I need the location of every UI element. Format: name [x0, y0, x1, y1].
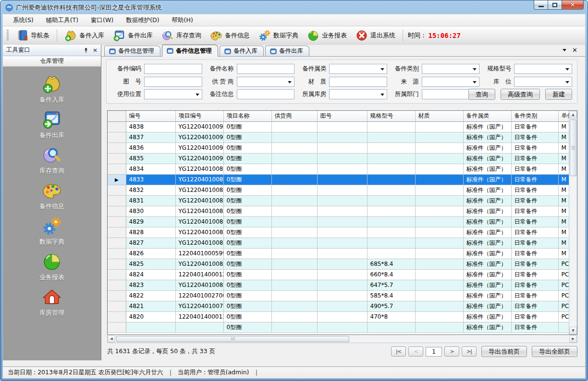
cell[interactable]: [415, 153, 463, 164]
cell[interactable]: [271, 195, 317, 206]
warehouse-dropdown[interactable]: [329, 89, 387, 99]
cell[interactable]: [271, 153, 317, 164]
cell[interactable]: YG12204010086: [175, 195, 223, 206]
minimize-button[interactable]: [534, 0, 548, 10]
cell[interactable]: 日常备件: [511, 290, 558, 301]
cell[interactable]: [271, 238, 317, 248]
remark-input[interactable]: [237, 89, 295, 99]
cell[interactable]: YG12204010083: [175, 227, 223, 238]
cell[interactable]: 日常备件: [511, 185, 558, 195]
cell[interactable]: M: [558, 238, 569, 248]
cell[interactable]: 标准件（国产）: [463, 153, 511, 164]
cell[interactable]: PC: [558, 290, 569, 301]
cell[interactable]: [415, 195, 463, 206]
vertical-scroll-thumb[interactable]: [570, 119, 576, 176]
row-selector[interactable]: [108, 195, 126, 206]
column-header-5[interactable]: 规格型号: [367, 111, 415, 121]
cell[interactable]: [415, 280, 463, 290]
first-page-button[interactable]: |<: [391, 346, 406, 357]
tab-parts-out[interactable]: 备件出库: [265, 46, 309, 56]
last-page-button[interactable]: >|: [462, 346, 477, 357]
toolbar-button-report[interactable]: 业务报表: [303, 28, 351, 43]
vertical-scrollbar[interactable]: ▲ ▼: [569, 111, 577, 334]
cell[interactable]: [367, 227, 415, 238]
cell[interactable]: [271, 121, 317, 132]
cell[interactable]: 日常备件: [511, 121, 558, 132]
cell[interactable]: M: [558, 132, 569, 143]
cell[interactable]: [317, 206, 367, 216]
cell[interactable]: 标准件（国产）: [463, 269, 511, 280]
cell[interactable]: 4838: [126, 121, 175, 132]
cell[interactable]: 日常备件: [511, 269, 558, 280]
cell[interactable]: [317, 132, 367, 143]
cell[interactable]: YG12204010084: [175, 216, 223, 227]
cell[interactable]: 日常备件: [511, 174, 558, 185]
cell[interactable]: 4828: [126, 227, 175, 238]
row-selector[interactable]: [108, 132, 126, 143]
cell[interactable]: [317, 227, 367, 238]
column-header-6[interactable]: 材质: [415, 111, 463, 121]
cell[interactable]: [367, 248, 415, 259]
cell[interactable]: M: [558, 227, 569, 238]
sidebar-item-parts-in[interactable]: 备件入库: [39, 74, 64, 104]
cell[interactable]: [271, 248, 317, 259]
cell[interactable]: M: [558, 185, 569, 195]
cell[interactable]: [558, 322, 569, 333]
cell[interactable]: [415, 322, 463, 333]
scroll-up-icon[interactable]: ▲: [569, 111, 577, 119]
page-number-input[interactable]: [426, 347, 442, 357]
cell[interactable]: [415, 143, 463, 153]
cell[interactable]: [317, 280, 367, 290]
material-input[interactable]: [329, 77, 387, 87]
cell[interactable]: 0型圈: [223, 153, 271, 164]
cell[interactable]: [415, 132, 463, 143]
cell[interactable]: 标准件（国产）: [463, 174, 511, 185]
sidebar-item-warehouse[interactable]: 库房管理: [39, 287, 64, 317]
row-selector[interactable]: [108, 280, 126, 290]
part-code-input[interactable]: [144, 64, 202, 74]
row-selector[interactable]: [108, 143, 126, 153]
cell[interactable]: 日常备件: [511, 216, 558, 227]
cell[interactable]: [175, 322, 223, 333]
cell[interactable]: [317, 322, 367, 333]
cell[interactable]: [317, 269, 367, 280]
cell[interactable]: 0型圈: [223, 290, 271, 301]
row-selector[interactable]: [108, 206, 126, 216]
cell[interactable]: [317, 121, 367, 132]
cell[interactable]: YG12204010091: [175, 143, 223, 153]
cell[interactable]: 1220401002700: [175, 290, 223, 301]
cell[interactable]: 标准件（国产）: [463, 216, 511, 227]
cell[interactable]: 585*8.4: [367, 290, 415, 301]
row-selector[interactable]: [108, 269, 126, 280]
cell[interactable]: [317, 164, 367, 174]
cell[interactable]: 0型圈: [223, 185, 271, 195]
part-category-dropdown[interactable]: [329, 64, 387, 74]
advanced-query-button[interactable]: 高级查询: [501, 89, 540, 100]
row-selector[interactable]: [108, 185, 126, 195]
toolbar-button-data-dict[interactable]: 数据字典: [254, 28, 303, 43]
cell[interactable]: 标准件（国产）: [463, 238, 511, 248]
cell[interactable]: [317, 259, 367, 269]
cell[interactable]: 470*8: [367, 311, 415, 322]
cell[interactable]: 标准件（国产）: [463, 322, 511, 333]
cell[interactable]: 647*5.7: [367, 280, 415, 290]
sidebar-item-parts-out[interactable]: 备件出库: [39, 109, 64, 140]
close-button[interactable]: ✕: [562, 0, 584, 10]
cell[interactable]: 标准件（国产）: [463, 164, 511, 174]
cell[interactable]: YG12204010085: [175, 206, 223, 216]
export-all-pages-button[interactable]: 导出全部页: [532, 346, 577, 357]
cell[interactable]: 日常备件: [511, 322, 558, 333]
cell[interactable]: [271, 322, 317, 333]
cell[interactable]: [415, 185, 463, 195]
new-button[interactable]: 新建: [545, 89, 572, 100]
cell[interactable]: 685*8.4: [367, 259, 415, 269]
cell[interactable]: 4837: [126, 132, 175, 143]
cell[interactable]: [367, 195, 415, 206]
scroll-down-icon[interactable]: ▼: [569, 327, 577, 334]
cell[interactable]: [415, 121, 463, 132]
next-page-button[interactable]: >: [444, 346, 459, 357]
cell[interactable]: 日常备件: [511, 280, 558, 290]
cell[interactable]: [415, 238, 463, 248]
cell[interactable]: 标准件（国产）: [463, 248, 511, 259]
menu-item-window[interactable]: 窗口(W): [85, 14, 120, 26]
